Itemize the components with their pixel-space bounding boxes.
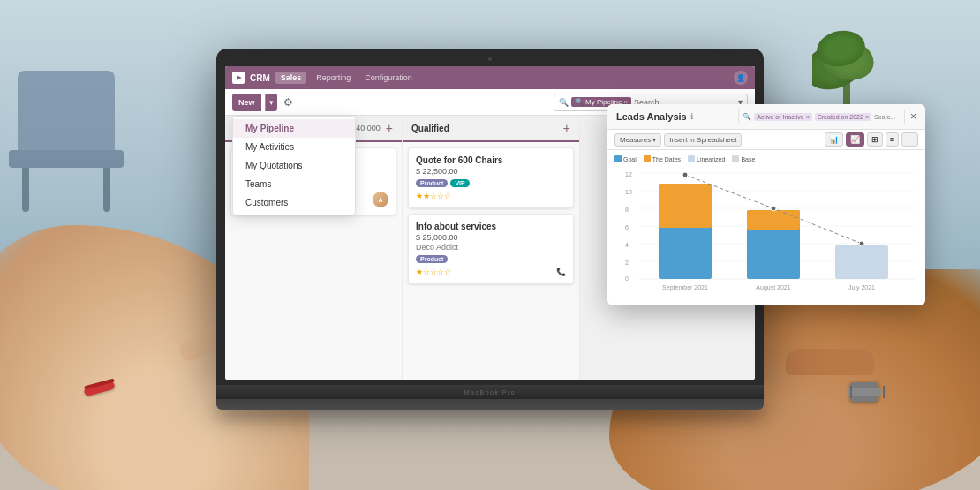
chart-legend: Goal The Dates Linearized Base (614, 155, 918, 162)
card-avatar: A (373, 192, 388, 207)
measures-button[interactable]: Measures ▾ (614, 133, 661, 147)
chart-container: Goal The Dates Linearized Base 12 10 8 6… (607, 150, 925, 300)
leads-tag-close-1[interactable]: × (806, 114, 810, 120)
col-qualified-add[interactable]: + (563, 121, 570, 135)
new-dropdown[interactable]: ▾ (265, 94, 277, 111)
crm-navbar: ▶ CRM Sales Reporting Configuration 👤 (225, 66, 755, 89)
tag-product-3: Product (416, 255, 448, 263)
leads-active-tag[interactable]: Active or Inactive × (754, 113, 811, 121)
svg-text:8: 8 (625, 207, 629, 213)
tag-product-2: Product (416, 179, 448, 187)
svg-rect-15 (659, 184, 712, 228)
dropdown-item-quotations[interactable]: My Quotations (233, 156, 355, 175)
leads-tag-close-2[interactable]: × (865, 114, 869, 120)
svg-text:September 2021: September 2021 (662, 284, 708, 291)
svg-text:0: 0 (625, 275, 629, 282)
pipeline-filter-icon: 🔍 (575, 98, 584, 106)
chart-grid-btn[interactable]: ⊞ (867, 132, 883, 147)
card-services-company: Deco Addict (416, 243, 566, 252)
chart-bar-btn[interactable]: 📊 (825, 132, 843, 147)
card-chairs-amount: $ 22,500.00 (416, 167, 566, 176)
dropdown-item-customers[interactable]: Customers (233, 193, 355, 212)
legend-dates: The Dates (644, 155, 681, 162)
chart-more-btn[interactable]: ⋯ (901, 132, 918, 147)
legend-base: Base (732, 155, 755, 162)
svg-text:July 2021: July 2021 (848, 284, 875, 291)
legend-goal: Goal (614, 155, 637, 162)
card-services-amount: $ 25,000.00 (416, 233, 566, 242)
crm-app-name: CRM (250, 73, 270, 83)
svg-text:4: 4 (625, 242, 629, 248)
new-button[interactable]: New (232, 94, 261, 111)
leads-header: Leads Analysis ℹ 🔍 Active or Inactive × … (607, 104, 925, 130)
nav-sales[interactable]: Sales (275, 72, 307, 84)
card-services-stars[interactable]: ★☆☆☆☆ (416, 268, 451, 276)
leads-info-icon[interactable]: ℹ (690, 112, 693, 121)
card-services-tags: Product (416, 255, 566, 263)
laptop-hinge: MacBook Pro (216, 385, 764, 399)
col-new-add[interactable]: + (386, 121, 393, 135)
gear-button[interactable]: ⚙ (281, 96, 296, 109)
leads-toolbar: Measures ▾ Insert in Spreadsheet 📊 📈 ⊞ ≡… (607, 130, 925, 150)
card-services-footer: ★☆☆☆☆ 📞 (416, 268, 566, 276)
kanban-col-qualified-header: Qualified + (403, 116, 579, 142)
dropdown-item-activities[interactable]: My Activities (233, 138, 355, 156)
crm-logo: ▶ (232, 72, 245, 84)
kanban-card-services[interactable]: Info about services $ 25,000.00 Deco Add… (408, 214, 574, 284)
nav-reporting[interactable]: Reporting (312, 72, 355, 84)
svg-rect-17 (747, 210, 800, 230)
leads-close-button[interactable]: × (910, 110, 916, 123)
svg-text:2: 2 (625, 260, 629, 266)
card-services-title: Info about services (416, 222, 566, 231)
leads-search-input[interactable] (874, 114, 901, 120)
svg-text:12: 12 (625, 171, 632, 177)
leads-chart: 12 10 8 6 4 2 0 (614, 166, 918, 290)
kanban-col-qualified: Qualified + Quote for 600 Chairs $ 22,50… (403, 116, 579, 380)
leads-date-tag[interactable]: Created on 2022 × (815, 113, 871, 121)
card-chairs-footer: ★★☆☆☆ (416, 192, 566, 200)
svg-point-20 (771, 206, 776, 211)
kanban-card-chairs[interactable]: Quote for 600 Chairs $ 22,500.00 Product… (408, 147, 574, 208)
card-chairs-tags: Product VIP (416, 179, 566, 187)
laptop-base (216, 399, 764, 410)
card-chairs-stars[interactable]: ★★☆☆☆ (416, 192, 451, 200)
svg-text:August 2021: August 2021 (756, 284, 790, 291)
svg-point-19 (682, 172, 688, 177)
svg-text:10: 10 (625, 189, 632, 195)
kanban-cards-qualified: Quote for 600 Chairs $ 22,500.00 Product… (403, 142, 579, 290)
user-icon[interactable]: 👤 (734, 71, 748, 85)
chair-left (9, 71, 124, 212)
tag-vip-2: VIP (450, 179, 469, 187)
dropdown-menu: My Pipeline My Activities My Quotations … (232, 116, 356, 215)
laptop-brand: MacBook Pro (464, 389, 516, 396)
col-qualified-title: Qualified (411, 124, 449, 133)
spreadsheet-button[interactable]: Insert in Spreadsheet (664, 133, 742, 147)
leads-analysis-window[interactable]: Leads Analysis ℹ 🔍 Active or Inactive × … (607, 104, 925, 305)
dropdown-item-pipeline[interactable]: My Pipeline (233, 119, 355, 138)
card-chairs-title: Quote for 600 Chairs (416, 155, 566, 165)
search-icon: 🔍 (559, 98, 569, 107)
svg-point-21 (859, 241, 864, 246)
nav-configuration[interactable]: Configuration (360, 72, 417, 84)
leads-search-icon: 🔍 (743, 113, 751, 121)
legend-linearized: Linearized (688, 155, 725, 162)
svg-text:6: 6 (625, 224, 629, 230)
leads-title: Leads Analysis (616, 111, 687, 122)
leads-search[interactable]: 🔍 Active or Inactive × Created on 2022 × (738, 109, 905, 124)
card-phone-icon[interactable]: 📞 (556, 268, 566, 276)
dropdown-item-teams[interactable]: Teams (233, 175, 355, 193)
chart-line-btn[interactable]: 📈 (846, 132, 864, 147)
chart-list-btn[interactable]: ≡ (886, 132, 899, 147)
svg-rect-18 (835, 245, 888, 279)
